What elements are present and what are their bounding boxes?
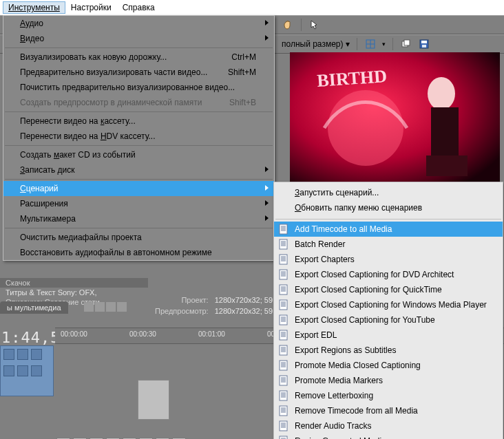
- script-item[interactable]: Export Closed Captioning for DVD Archite…: [274, 267, 503, 282]
- script-item-label: Export Closed Captioning for YouTube: [295, 315, 435, 325]
- script-file-icon: [278, 224, 289, 235]
- menu-audio[interactable]: Аудио: [3, 16, 274, 31]
- save-snapshot-icon[interactable]: [418, 38, 430, 50]
- script-file-icon: [278, 330, 289, 341]
- script-item[interactable]: Render Audio Tracks: [274, 418, 503, 433]
- menu-tools[interactable]: Инструменты: [3, 1, 65, 14]
- script-item[interactable]: Add Timecode to all Media: [274, 222, 503, 237]
- menu-clean-media[interactable]: Очистить медиафайлы проекта: [3, 230, 274, 245]
- script-item[interactable]: Remove Timecode from all Media: [274, 403, 503, 418]
- script-item-label: Add Timecode to all Media: [295, 224, 392, 234]
- submenu-arrow-icon: [265, 185, 269, 191]
- script-file-icon: [278, 269, 289, 280]
- menu-burn-disc[interactable]: Записать диск: [3, 162, 274, 178]
- script-item[interactable]: Promote Media Closed Captioning: [274, 358, 503, 373]
- record-icon[interactable]: [31, 349, 42, 360]
- submenu-arrow-icon: [265, 215, 269, 221]
- script-item[interactable]: Batch Render: [274, 237, 503, 252]
- svg-rect-4: [404, 40, 410, 45]
- submenu-arrow-icon: [265, 35, 269, 41]
- script-file-icon: [278, 405, 289, 416]
- tab-nav[interactable]: [84, 302, 127, 312]
- script-file-icon: [278, 299, 289, 310]
- mute-icon[interactable]: [3, 349, 14, 360]
- script-file-icon: [278, 360, 289, 371]
- menu-restore-audio[interactable]: Восстановить аудиофайлы в автономном реж…: [3, 245, 274, 260]
- menu-dynamic-preview: Создать предпросмотр в динамической памя…: [3, 95, 274, 110]
- script-file-icon: [278, 254, 289, 265]
- menu-prerender[interactable]: Предварительно визуализировать части вид…: [3, 65, 274, 80]
- script-item-label: Render Audio Tracks: [295, 421, 371, 431]
- script-item-label: Promote Media Closed Captioning: [295, 361, 421, 370]
- svg-rect-6: [421, 41, 427, 43]
- preview-size-dropdown[interactable]: полный размер) ▾: [282, 39, 350, 49]
- svg-rect-11: [426, 156, 468, 176]
- svg-rect-7: [422, 45, 426, 47]
- script-file-icon: [278, 239, 289, 250]
- script-file-icon: [278, 314, 289, 325]
- script-item[interactable]: Resize Generated Media: [274, 433, 503, 439]
- script-file-icon: [278, 284, 289, 295]
- copy-snapshot-icon[interactable]: [400, 38, 412, 50]
- media-item[interactable]: Титры & Текст Sony: OFX,: [0, 288, 148, 297]
- submenu-arrow-icon: [265, 200, 269, 206]
- fx-icon[interactable]: [3, 365, 14, 376]
- script-file-icon: [278, 375, 289, 386]
- script-item[interactable]: Promote Media Markers: [274, 373, 503, 388]
- script-item[interactable]: Export Closed Captioning for YouTube: [274, 312, 503, 328]
- menu-refresh-scripts[interactable]: Обновить папку меню сценариев: [274, 200, 503, 215]
- menu-multicamera[interactable]: Мультикамера: [3, 211, 274, 226]
- script-item[interactable]: Export Closed Captioning for QuickTime: [274, 282, 503, 297]
- menu-settings[interactable]: Настройки: [65, 1, 117, 14]
- script-item-label: Remove Timecode from all Media: [295, 406, 418, 416]
- script-file-icon: [278, 390, 289, 401]
- svg-point-9: [428, 77, 455, 110]
- menu-scripting[interactable]: Сценарий: [3, 181, 274, 196]
- project-info: Проект:1280x720x32; 59,940p Предпросмотр…: [153, 294, 294, 317]
- svg-rect-10: [431, 107, 459, 156]
- menu-print-to-hdv[interactable]: Перенести видео на HDV кассету...: [3, 129, 274, 144]
- video-preview: BIRTHD: [290, 52, 500, 190]
- script-file-icon: [278, 420, 289, 431]
- hand-tool-icon[interactable]: [282, 19, 294, 31]
- menu-extensions[interactable]: Расширения: [3, 196, 274, 211]
- script-file-icon: [278, 436, 289, 439]
- script-item-label: Export Regions as Subtitles: [295, 345, 396, 355]
- tools-menu: Аудио Видео Визуализировать как новую до…: [3, 15, 275, 261]
- automation-icon[interactable]: [17, 365, 28, 376]
- menu-render-new-track[interactable]: Визуализировать как новую дорожку...Ctrl…: [3, 50, 274, 65]
- menu-clean-prerender[interactable]: Почистить предварительно визуализированн…: [3, 80, 274, 95]
- script-item[interactable]: Export Closed Captioning for Windows Med…: [274, 297, 503, 312]
- submenu-arrow-icon: [265, 167, 269, 172]
- script-item-label: Export Closed Captioning for QuickTime: [295, 285, 442, 295]
- tab-media[interactable]: ы мультимедиа: [0, 301, 68, 314]
- media-item[interactable]: Скачок: [0, 278, 148, 288]
- more-icon[interactable]: [31, 365, 42, 376]
- script-item-label: Batch Render: [295, 239, 345, 249]
- timeline-gap[interactable]: [138, 380, 169, 420]
- script-item[interactable]: Export Regions as Subtitles: [274, 343, 503, 358]
- script-item[interactable]: Remove Letterboxing: [274, 388, 503, 403]
- cursor-tool-icon[interactable]: [308, 19, 321, 31]
- script-file-icon: [278, 345, 289, 356]
- menu-cd-layout[interactable]: Создать макет CD из событий: [3, 147, 274, 162]
- script-item-label: Promote Media Markers: [295, 376, 383, 385]
- menu-video[interactable]: Видео: [3, 31, 274, 46]
- submenu-arrow-icon: [265, 20, 269, 25]
- script-item[interactable]: Export EDL: [274, 328, 503, 343]
- menubar: Инструменты Настройки Справка: [0, 0, 504, 15]
- script-item-label: Export Closed Captioning for DVD Archite…: [295, 270, 454, 279]
- script-item-label: Remove Letterboxing: [295, 391, 373, 400]
- script-item[interactable]: Export Chapters: [274, 252, 503, 267]
- menu-run-script[interactable]: Запустить сценарий...: [274, 185, 503, 200]
- scripting-submenu: Запустить сценарий... Обновить папку мен…: [273, 182, 503, 439]
- menu-help[interactable]: Справка: [117, 1, 160, 14]
- track-header[interactable]: [0, 345, 54, 396]
- script-item-label: Export Chapters: [295, 255, 355, 264]
- menu-print-to-tape[interactable]: Перенести видео на кассету...: [3, 114, 274, 129]
- solo-icon[interactable]: [17, 349, 28, 360]
- script-item-label: Export EDL: [295, 330, 337, 340]
- script-item-label: Export Closed Captioning for Windows Med…: [295, 300, 487, 310]
- script-item-label: Resize Generated Media: [295, 436, 386, 439]
- grid-overlay-icon[interactable]: [364, 38, 377, 50]
